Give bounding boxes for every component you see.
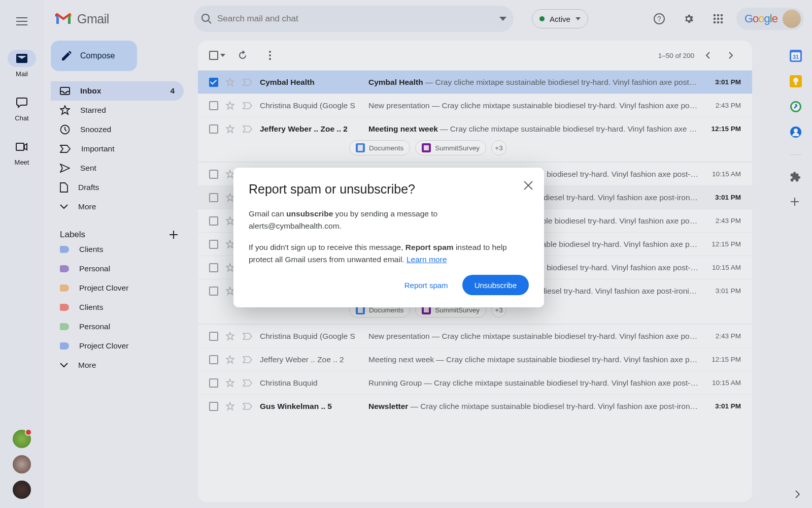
- learn-more-link[interactable]: Learn more: [407, 255, 447, 264]
- dialog-close-button[interactable]: [524, 181, 533, 190]
- report-spam-button[interactable]: Report spam: [395, 275, 457, 295]
- dialog-title: Report spam or unsubscribe?: [249, 182, 529, 197]
- dialog-body: Gmail can unsubscribe you by sending a m…: [249, 208, 529, 266]
- unsubscribe-button[interactable]: Unsubscribe: [462, 275, 529, 295]
- close-icon: [524, 181, 533, 190]
- spam-unsubscribe-dialog: Report spam or unsubscribe? Gmail can un…: [233, 168, 544, 307]
